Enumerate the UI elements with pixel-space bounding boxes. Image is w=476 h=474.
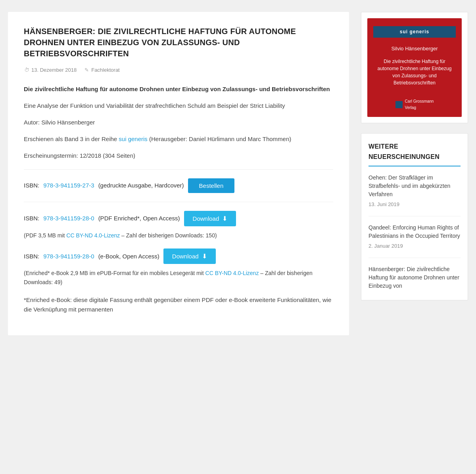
series-link[interactable]: sui generis <box>119 136 148 142</box>
meta-category-item: ✎ Fachlektorat <box>84 66 120 75</box>
divider-1 <box>24 169 333 170</box>
neue-item-2: Qandeel: Enforcing Human Rights of Pales… <box>369 224 461 258</box>
page-wrapper: HÄNSENBERGER: DIE ZIVILRECHTLICHE HAFTUN… <box>0 0 476 347</box>
clock-icon: ⏱ <box>24 67 29 73</box>
ebook-note-before: (Enriched* e-Book 2,9 MB im ePUB-Format … <box>24 270 205 276</box>
neue-item-1: Oehen: Der Strafkläger im Strafbefehls- … <box>369 174 461 216</box>
isbn2-row: ISBN: 978-3-941159-28-0 (PDF Enriched*, … <box>24 211 333 226</box>
pdf-license-link[interactable]: CC BY-ND 4.0-Lizenz <box>66 232 120 239</box>
page-title: HÄNSENBERGER: DIE ZIVILRECHTLICHE HAFTUN… <box>24 26 333 59</box>
isbn3-row: ISBN: 978-3-941159-28-0 (e-Book, Open Ac… <box>24 248 333 264</box>
order-button[interactable]: Bestellen <box>188 178 235 193</box>
sidebar: sui generis Silvio Hänsenberger Die zivi… <box>361 12 468 335</box>
isbn1-description: (gedruckte Ausgabe, Hardcover) <box>98 181 184 190</box>
ebook-license-link[interactable]: CC BY-ND 4.0-Lizenz <box>205 270 259 276</box>
isbn3-number[interactable]: 978-3-941159-28-0 <box>43 252 94 261</box>
publisher-name-text: Carl Grossmann <box>405 98 434 105</box>
publication-date: Erscheinungstermin: 12/2018 (304 Seiten) <box>24 151 333 161</box>
main-content: HÄNSENBERGER: DIE ZIVILRECHTLICHE HAFTUN… <box>8 12 349 335</box>
pdf-note-before: (PDF 3,5 MB mit <box>24 232 66 239</box>
download-pdf-button[interactable]: Download ⬇ <box>184 211 236 226</box>
isbn2-label: ISBN: <box>24 214 39 223</box>
series-text-after: (Herausgeber: Daniel Hürlimann und Marc … <box>148 136 291 142</box>
author: Autor: Silvio Hänsenberger <box>24 118 333 127</box>
pdf-downloads: – Zahl der bisherigen Downloads: 150) <box>120 232 217 239</box>
neue-item-2-date: 2. Januar 2019 <box>369 242 461 250</box>
isbn3-description: (e-Book, Open Access) <box>98 252 159 261</box>
publisher-logo <box>395 101 403 108</box>
meta-date: 13. Dezember 2018 <box>31 66 77 75</box>
download-pdf-label: Download <box>193 215 219 222</box>
neue-item-3: Hänsenberger: Die zivilrechtliche Haftun… <box>369 265 461 290</box>
meta-date-item: ⏱ 13. Dezember 2018 <box>24 66 77 75</box>
series-text-before: Erschienen als Band 3 in der Reihe <box>24 136 119 142</box>
book-publisher-bar: sui generis <box>373 26 456 38</box>
isbn2-number[interactable]: 978-3-941159-28-0 <box>43 214 94 223</box>
neue-section: WEITERE NEUERSCHEINUNGEN Oehen: Der Stra… <box>361 133 468 300</box>
neue-item-2-title: Qandeel: Enforcing Human Rights of Pales… <box>369 224 461 240</box>
subtitle: Die zivilrechtliche Haftung für autonome… <box>24 84 333 94</box>
neue-section-title: WEITERE NEUERSCHEINUNGEN <box>369 141 461 166</box>
tag-icon: ✎ <box>84 67 89 73</box>
divider-2 <box>24 202 333 202</box>
isbn2-description: (PDF Enriched*, Open Access) <box>98 214 180 223</box>
description: Eine Analyse der Funktion und Variabilit… <box>24 101 333 111</box>
ebook-note: (Enriched* e-Book 2,9 MB im ePUB-Format … <box>24 269 333 287</box>
download-pdf-icon: ⬇ <box>222 215 227 222</box>
book-cover: sui generis Silvio Hänsenberger Die zivi… <box>367 18 462 117</box>
book-cover-title: Die zivilrechtliche Haftung für autonome… <box>373 58 456 86</box>
book-cover-footer: Carl Grossmann Verlag <box>395 98 434 111</box>
download-ebook-icon: ⬇ <box>202 252 207 260</box>
meta-category: Fachlektorat <box>91 66 120 75</box>
neue-item-1-title: Oehen: Der Strafkläger im Strafbefehls- … <box>369 174 461 199</box>
isbn1-row: ISBN: 978-3-941159-27-3 (gedruckte Ausga… <box>24 178 333 193</box>
book-cover-card: sui generis Silvio Hänsenberger Die zivi… <box>361 12 468 123</box>
publisher-sub-text: Verlag <box>405 105 434 111</box>
book-cover-author: Silvio Hänsenberger <box>391 45 438 53</box>
download-ebook-label: Download <box>172 253 199 260</box>
neue-item-3-title: Hänsenberger: Die zivilrechtliche Haftun… <box>369 265 461 290</box>
series-info: Erschienen als Band 3 in der Reihe sui g… <box>24 134 333 144</box>
neue-item-1-date: 13. Juni 2019 <box>369 201 461 209</box>
download-ebook-button[interactable]: Download ⬇ <box>163 248 216 264</box>
isbn1-number[interactable]: 978-3-941159-27-3 <box>43 181 94 190</box>
pdf-note: (PDF 3,5 MB mit CC BY-ND 4.0-Lizenz – Za… <box>24 231 333 240</box>
isbn1-label: ISBN: <box>24 181 39 190</box>
isbn3-label: ISBN: <box>24 252 39 261</box>
enriched-note: *Enriched e-Book: diese digitale Fassung… <box>24 295 333 314</box>
publisher-name: Carl Grossmann Verlag <box>405 98 434 111</box>
meta-row: ⏱ 13. Dezember 2018 ✎ Fachlektorat <box>24 66 333 75</box>
